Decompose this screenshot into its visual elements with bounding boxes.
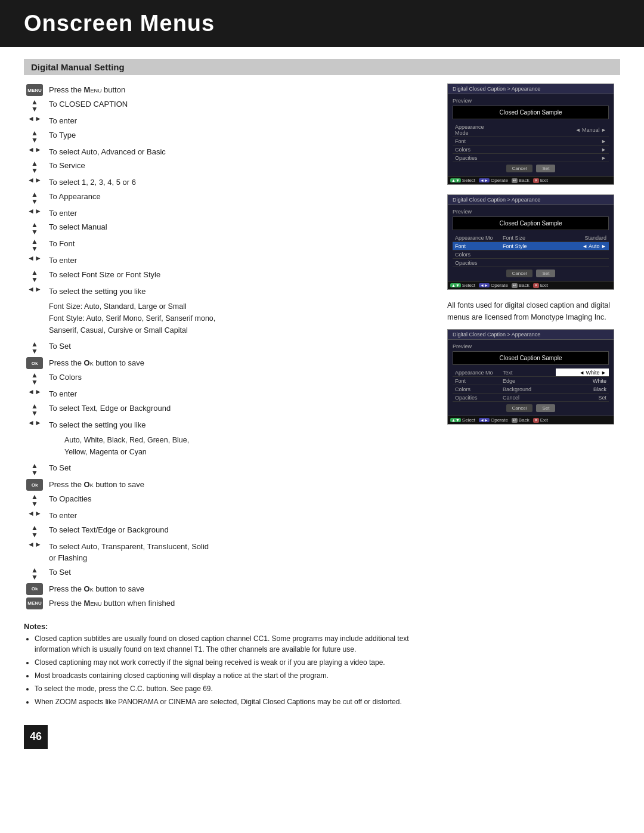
instruction-row: Ok Press the OK button to save bbox=[24, 583, 429, 595]
ok-btn-icon-cell: Ok bbox=[24, 478, 45, 491]
arrow-updown-icon: ▲▼ bbox=[24, 221, 45, 236]
instruction-text: Press the MENU button when finished bbox=[49, 597, 429, 609]
arrow-updown-icon: ▲▼ bbox=[24, 190, 45, 205]
instruction-text: To enter bbox=[49, 114, 429, 127]
table-cell: Edge bbox=[500, 377, 556, 385]
instruction-text: To Set bbox=[49, 566, 429, 578]
lr-arrow: ◄► bbox=[27, 388, 42, 395]
instruction-row: ▲▼ To Set bbox=[24, 340, 429, 355]
notes-section: Notes: Closed caption subtitles are usua… bbox=[24, 622, 429, 707]
ud-arrow: ▲▼ bbox=[31, 340, 38, 355]
table-cell: ◄ White ► bbox=[556, 368, 609, 377]
instruction-row: ▲▼ To Font bbox=[24, 237, 429, 252]
ui-panel-1: Digital Closed Caption > Appearance Prev… bbox=[447, 83, 614, 185]
nav-back: ↩ Back bbox=[512, 417, 530, 423]
instruction-text: To Font bbox=[49, 237, 429, 250]
instruction-row: ▲▼ To Service bbox=[24, 159, 429, 174]
menu-button-icon: MENU bbox=[26, 84, 43, 96]
table-row-selected: Font Font Style ◄ Auto ► bbox=[453, 242, 609, 250]
instruction-text: To select Text/Edge or Background bbox=[49, 524, 429, 536]
arrow-updown-icon: ▲▼ bbox=[24, 129, 45, 144]
table-cell: ► bbox=[500, 145, 609, 154]
arrow-leftright-icon: ◄► bbox=[24, 145, 45, 153]
nav-icon: ▲▼ bbox=[450, 178, 461, 182]
table-cell: Opacities bbox=[453, 154, 500, 162]
ud-arrow: ▲▼ bbox=[31, 402, 38, 417]
instruction-text: To CLOSED CAPTION bbox=[49, 98, 429, 110]
ui-panel-2: Digital Closed Caption > Appearance Prev… bbox=[447, 194, 614, 290]
arrow-leftright-icon: ◄► bbox=[24, 114, 45, 122]
panel-3-menu-table: Appearance Mo Text ◄ White ► Font Edge W… bbox=[453, 368, 609, 402]
instruction-row: ▲▼ To select Text/Edge or Background bbox=[24, 524, 429, 538]
table-cell: Opacities bbox=[453, 394, 500, 402]
table-cell: Cancel bbox=[500, 394, 556, 402]
instruction-text: To select Auto, Transparent, Translucent… bbox=[49, 540, 429, 564]
lr-arrow: ◄► bbox=[27, 541, 42, 548]
ud-arrow: ▲▼ bbox=[31, 129, 38, 144]
nav-operate: ◄► Operate bbox=[479, 178, 508, 183]
ok-button-icon: Ok bbox=[26, 479, 43, 491]
right-column: Digital Closed Caption > Appearance Prev… bbox=[447, 83, 620, 710]
instruction-text: To Set bbox=[49, 462, 429, 474]
nav-icon: ◄► bbox=[479, 418, 490, 422]
nav-exit: ✕ Exit bbox=[533, 178, 548, 183]
table-cell: Font Style bbox=[500, 242, 555, 250]
nav-icon: ✕ bbox=[533, 283, 539, 288]
nav-icon: ✕ bbox=[533, 418, 539, 423]
instruction-row: ▲▼ To select Manual bbox=[24, 221, 429, 236]
page-wrapper: Onscreen Menus Digital Manual Setting ME… bbox=[0, 0, 644, 833]
panel-2-title: Digital Closed Caption > Appearance bbox=[448, 195, 614, 205]
ud-arrow: ▲▼ bbox=[31, 566, 38, 581]
nav-icon: ◄► bbox=[479, 283, 490, 287]
instruction-text: Press the MENU button bbox=[49, 83, 429, 96]
instruction-row: ◄► To enter bbox=[24, 388, 429, 400]
arrow-leftright-icon: ◄► bbox=[24, 285, 45, 293]
instruction-text: To select Manual bbox=[49, 221, 429, 233]
table-row: Opacities Cancel Set bbox=[453, 394, 609, 402]
note-item: When ZOOM aspects like PANORAMA or CINEM… bbox=[35, 696, 429, 707]
table-cell: ► bbox=[500, 137, 609, 145]
lr-arrow: ◄► bbox=[27, 115, 42, 122]
instruction-row: ◄► To select 1, 2, 3, 4, 5 or 6 bbox=[24, 176, 429, 188]
table-row: Appearance Mo Text ◄ White ► bbox=[453, 368, 609, 377]
panel-3-title: Digital Closed Caption > Appearance bbox=[448, 330, 614, 340]
table-cell: Opacities bbox=[453, 259, 500, 267]
instruction-row: ◄► To select Auto, Advanced or Basic bbox=[24, 145, 429, 158]
table-cell: Colors bbox=[453, 145, 500, 154]
lr-arrow: ◄► bbox=[27, 176, 42, 184]
left-column: MENU Press the MENU button ▲▼ To CLOSED … bbox=[24, 83, 429, 710]
panel-1-title: Digital Closed Caption > Appearance bbox=[448, 84, 614, 94]
instruction-row: ▲▼ To Set bbox=[24, 462, 429, 476]
table-cell bbox=[500, 259, 609, 267]
table-row: Colors bbox=[453, 250, 609, 259]
table-cell: Font Size bbox=[500, 234, 555, 242]
instruction-row: ▲▼ To Colors bbox=[24, 371, 429, 386]
page-header: Onscreen Menus bbox=[0, 0, 644, 47]
instruction-row: ▲▼ To Set bbox=[24, 566, 429, 581]
ud-arrow: ▲▼ bbox=[31, 493, 38, 507]
nav-select: ▲▼ Select bbox=[450, 178, 475, 183]
arrow-leftright-icon: ◄► bbox=[24, 540, 45, 548]
table-cell: ◄ Auto ► bbox=[555, 242, 609, 250]
instruction-row: ▲▼ To select Text, Edge or Background bbox=[24, 402, 429, 417]
nav-operate: ◄► Operate bbox=[479, 417, 508, 423]
page-number: 46 bbox=[24, 725, 48, 749]
nav-icon: ▲▼ bbox=[450, 283, 461, 287]
instruction-row: ▲▼ To select Font Size or Font Style bbox=[24, 268, 429, 283]
instruction-row: ▲▼ To Appearance bbox=[24, 190, 429, 205]
table-cell: Standard bbox=[555, 234, 609, 242]
table-row: Colors Background Black bbox=[453, 385, 609, 394]
table-cell: Set bbox=[556, 394, 609, 402]
ud-arrow: ▲▼ bbox=[31, 371, 38, 386]
preview-label: Preview bbox=[453, 343, 609, 349]
table-cell: ◄ Manual ► bbox=[500, 123, 609, 137]
instruction-row: ▲▼ To Type bbox=[24, 129, 429, 144]
font-size-info: Font Size: Auto, Standard, Large or Smal… bbox=[49, 301, 429, 336]
ud-arrow: ▲▼ bbox=[31, 98, 38, 113]
instruction-text: To select 1, 2, 3, 4, 5 or 6 bbox=[49, 176, 429, 188]
table-row: Font Edge White bbox=[453, 377, 609, 385]
instruction-text: To Type bbox=[49, 129, 429, 141]
ok-btn-icon-cell: Ok bbox=[24, 357, 45, 369]
note-item: Most broadcasts containing closed captio… bbox=[35, 670, 429, 681]
arrow-updown-icon: ▲▼ bbox=[24, 371, 45, 386]
